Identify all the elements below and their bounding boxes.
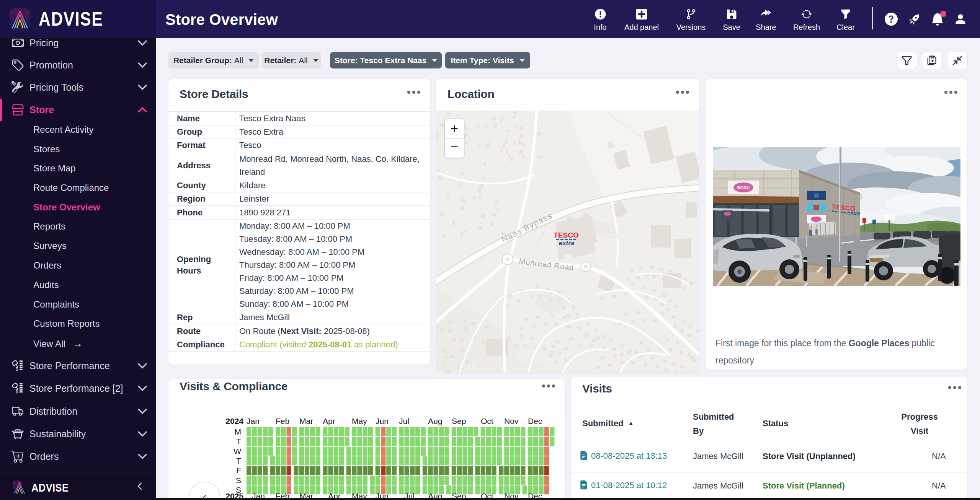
svg-text:S: S bbox=[236, 476, 241, 485]
svg-text:BORU: BORU bbox=[737, 186, 750, 190]
svg-text:Feb: Feb bbox=[276, 417, 289, 425]
svg-text:Jan: Jan bbox=[247, 417, 260, 425]
svg-text:T: T bbox=[236, 437, 241, 446]
svg-text:Apr: Apr bbox=[323, 417, 335, 425]
svg-text:Mar: Mar bbox=[299, 417, 313, 425]
svg-text:T: T bbox=[236, 456, 241, 465]
svg-text:Jun: Jun bbox=[376, 417, 389, 425]
svg-text:Nov: Nov bbox=[504, 417, 519, 425]
svg-text:extra: extra bbox=[559, 239, 575, 247]
svg-text:Oct: Oct bbox=[481, 417, 493, 425]
svg-text:Dec: Dec bbox=[528, 417, 542, 425]
svg-text:May: May bbox=[352, 417, 367, 425]
svg-text:2024: 2024 bbox=[225, 417, 243, 425]
svg-text:F: F bbox=[236, 466, 241, 475]
svg-text:Jul: Jul bbox=[399, 417, 409, 425]
svg-text:TESCO: TESCO bbox=[554, 231, 578, 239]
svg-text:M: M bbox=[235, 427, 242, 436]
svg-text:Sep: Sep bbox=[452, 417, 466, 425]
svg-text:Aug: Aug bbox=[428, 417, 442, 425]
svg-text:extra: extra bbox=[847, 209, 861, 217]
svg-text:W: W bbox=[234, 447, 241, 456]
